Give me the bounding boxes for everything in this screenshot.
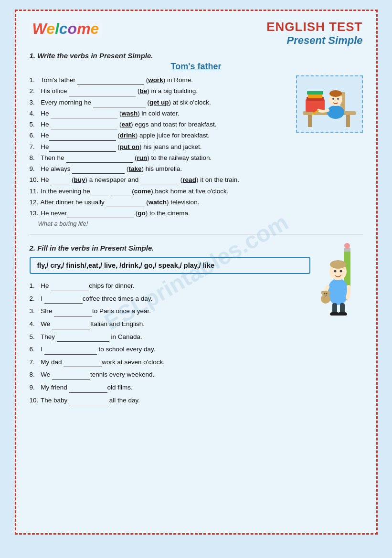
sentences-list: 1. Tom's father (work) in Rome. 2. His o… — [30, 75, 291, 218]
sentence-6: 6. He (drink) apple juice for breakfast. — [30, 131, 291, 140]
svg-rect-2 — [346, 115, 350, 127]
svg-point-19 — [328, 278, 349, 305]
blank-7[interactable] — [49, 145, 116, 152]
sentences2-list: 1. He chips for dinner. 2. I coffee thre… — [30, 281, 310, 405]
header: Welcome ENGLISH TEST Present Simple — [30, 20, 363, 47]
blank-12[interactable] — [106, 200, 145, 207]
svg-point-10 — [329, 90, 342, 97]
section1-instruction: 1. Write the verbs in Present Simple. — [30, 52, 363, 60]
blank-5[interactable] — [51, 123, 117, 129]
sentence-3: 3. Every morning he (get up) at six o'cl… — [30, 98, 291, 107]
s2-sentence-5: 5. They in Canada. — [30, 332, 310, 342]
s2-sentence-1: 1. He chips for dinner. — [30, 281, 310, 291]
s2-sentence-3: 3. She to Paris once a year. — [30, 306, 310, 316]
s2-blank-9[interactable] — [69, 386, 107, 393]
blank-9[interactable] — [72, 167, 125, 174]
section2-instruction: 2. Fill in the verbs in Present Simple. — [30, 244, 310, 252]
s2-blank-6[interactable] — [44, 348, 97, 355]
s2-blank-7[interactable] — [64, 360, 102, 367]
s2-blank-3[interactable] — [54, 310, 92, 316]
s2-blank-8[interactable] — [52, 373, 90, 380]
s2-sentence-7: 7. My dad work at seven o'clock. — [30, 357, 310, 368]
sentence-10: 10. He (buy) a newspaper and (read) it o… — [30, 175, 291, 185]
present-simple-title: Present Simple — [266, 34, 362, 47]
blank-8[interactable] — [66, 156, 133, 163]
sentence-2: 2. His office (be) in a big building. — [30, 86, 291, 96]
worksheet-page: ESLprintables.com Welcome ENGLISH TEST P… — [15, 10, 378, 535]
boy-illustration — [315, 239, 363, 316]
sentence-4: 4. He (wash) in cold water. — [30, 109, 291, 118]
s2-sentence-2: 2. I coffee three times a day. — [30, 294, 310, 304]
sentence-12: 12. After dinner he usually (watch) tele… — [30, 198, 291, 207]
blank-1[interactable] — [77, 78, 144, 85]
section2-content: 2. Fill in the verbs in Present Simple. … — [30, 239, 363, 408]
blank-2[interactable] — [69, 90, 136, 96]
blank-10b[interactable] — [140, 179, 179, 185]
svg-point-11 — [332, 98, 334, 100]
s2-sentence-9: 9. My friend old films. — [30, 382, 310, 393]
blank-3[interactable] — [93, 101, 146, 107]
sentence-8: 8. Then he (run) to the railway station. — [30, 153, 291, 163]
s2-sentence-4: 4. We Italian and English. — [30, 319, 310, 329]
sentences-col: 1. Tom's father (work) in Rome. 2. His o… — [30, 75, 291, 227]
sentence-5: 5. He (eat) eggs and toast for breakfast… — [30, 120, 291, 129]
sentence-9: 9. He always (take) his umbrella. — [30, 164, 291, 174]
blank-10a[interactable] — [51, 179, 70, 185]
s2-sentence-6: 6. I to school every day. — [30, 344, 310, 355]
blank-4[interactable] — [51, 112, 117, 118]
blank-11a[interactable] — [90, 190, 109, 196]
story-title: Tom's father — [30, 62, 363, 72]
s2-sentence-8: 8. We tennis every weekend. — [30, 369, 310, 380]
svg-point-31 — [327, 291, 330, 295]
blank-6[interactable] — [49, 134, 116, 141]
sentence-1: 1. Tom's father (work) in Rome. — [30, 75, 291, 85]
student-illustration — [296, 75, 363, 133]
svg-point-27 — [338, 312, 347, 316]
svg-point-30 — [321, 291, 324, 295]
svg-point-18 — [344, 243, 350, 249]
svg-rect-1 — [308, 115, 312, 127]
svg-point-8 — [327, 105, 344, 119]
svg-point-23 — [339, 270, 342, 273]
sentence-7: 7. He (put on) his jeans and jacket. — [30, 142, 291, 152]
section1-note: What a boring life! — [38, 220, 291, 227]
svg-point-21 — [330, 260, 346, 269]
s2-blank-5[interactable] — [57, 335, 109, 342]
s2-blank-2[interactable] — [44, 297, 83, 304]
header-right: ENGLISH TEST Present Simple — [266, 20, 362, 47]
blank-13[interactable] — [67, 211, 134, 218]
sentences2-col: 2. Fill in the verbs in Present Simple. … — [30, 239, 310, 408]
svg-rect-6 — [307, 91, 323, 95]
s2-blank-1[interactable] — [51, 284, 89, 291]
blank-11b[interactable] — [111, 190, 130, 196]
svg-point-32 — [324, 293, 325, 295]
s2-sentence-10: 10. The baby all the day. — [30, 395, 310, 406]
svg-point-22 — [334, 270, 336, 273]
word-box: fly,/ cry,/ finish/,eat,/ live, /drink,/… — [30, 257, 310, 274]
english-test-title: ENGLISH TEST — [266, 20, 362, 34]
sentence-13: 13. He never (go) to the cinema. — [30, 209, 291, 218]
svg-point-12 — [337, 98, 339, 100]
s2-blank-4[interactable] — [52, 323, 90, 329]
exercise1-content: 1. Tom's father (work) in Rome. 2. His o… — [30, 75, 363, 227]
section-divider — [30, 234, 363, 234]
sentence-11: 11. In the evening he (come) back home a… — [30, 187, 291, 196]
s2-blank-10[interactable] — [69, 399, 107, 405]
svg-point-33 — [326, 293, 327, 295]
welcome-logo: Welcome — [30, 20, 102, 38]
